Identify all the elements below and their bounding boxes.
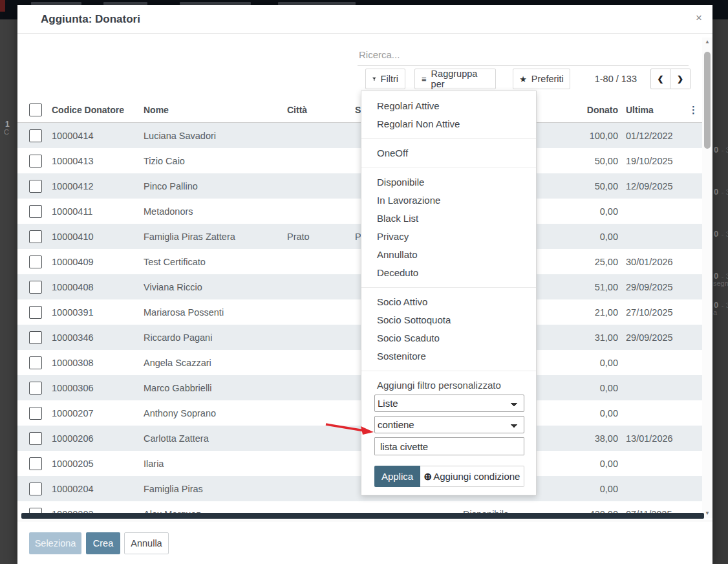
row-checkbox[interactable] [29, 483, 42, 495]
header-ultima[interactable]: Ultima [618, 105, 680, 115]
filter-funnel-icon [372, 76, 376, 83]
optional-columns-icon[interactable]: ⋮ [689, 104, 698, 115]
row-checkbox[interactable] [29, 230, 42, 243]
row-checkbox[interactable] [29, 407, 42, 420]
header-citta[interactable]: Città [287, 105, 355, 115]
cell-codice-donatore: 10000346 [52, 332, 144, 343]
cell-codice-donatore: 10000409 [52, 257, 144, 267]
header-donato[interactable]: Donato [579, 105, 618, 115]
filters-button[interactable]: Filtri [365, 69, 405, 89]
horizontal-scrollbar[interactable] [21, 513, 704, 519]
filter-menu-item[interactable]: Deceduto [361, 264, 536, 282]
filter-menu-item[interactable]: Socio Sottoquota [361, 311, 536, 329]
filter-menu-item[interactable]: Regolari Non Attive [361, 115, 536, 133]
custom-filter-value-input[interactable] [374, 437, 524, 455]
applica-button[interactable]: Applica [374, 466, 420, 487]
row-checkbox-cell [17, 483, 52, 495]
filter-menu-item[interactable]: Disponibile [361, 173, 536, 191]
annulla-button[interactable]: Annulla [124, 532, 169, 554]
cell-ultima: 01/12/2022 [618, 131, 680, 141]
table-row[interactable]: 10000408 Viviana Riccio 51,00 29/09/2025 [17, 274, 702, 299]
header-nome[interactable]: Nome [144, 105, 287, 115]
select-all-checkbox[interactable] [29, 103, 42, 116]
table-row[interactable]: 10000391 Mariarosa Possenti 21,00 27/10/… [17, 299, 702, 325]
row-checkbox[interactable] [29, 331, 42, 344]
favorites-button[interactable]: ★ Preferiti [513, 69, 570, 89]
cell-nome: Pinco Pallino [144, 181, 287, 191]
scrollbar-thumb[interactable] [704, 52, 711, 149]
crea-button[interactable]: Crea [86, 532, 120, 554]
cell-nome: Carlotta Zattera [144, 433, 287, 444]
cell-nome: Angela Scazzari [144, 358, 287, 368]
cell-donato: 50,00 [579, 181, 618, 191]
cell-donato: 31,00 [579, 332, 618, 343]
filter-menu-item[interactable]: Socio Scaduto [361, 329, 536, 347]
search-input[interactable] [358, 45, 689, 64]
pager-prev-button[interactable]: ❮ [650, 69, 670, 89]
filter-menu-item[interactable]: Black List [361, 210, 536, 228]
background-text-fragment: 0 - 3 [714, 186, 728, 197]
cell-donato: 25,00 [579, 257, 618, 267]
vertical-scrollbar[interactable]: ▲ ▼ [702, 38, 712, 518]
background-text-fragment: 0 - 3 [714, 144, 728, 155]
menu-divider [361, 168, 536, 168]
cell-codice-donatore: 10000412 [52, 181, 144, 191]
cell-donato: 0,00 [579, 206, 618, 217]
table-row[interactable]: 10000409 Test Certificato 25,00 30/01/20… [17, 249, 702, 274]
header-codice-donatore[interactable]: Codice Donatore [52, 105, 144, 115]
table-row[interactable]: 10000308 Angela Scazzari 0,00 [17, 350, 702, 375]
cell-donato: 51,00 [579, 282, 618, 292]
table-row[interactable]: 10000411 Metadonors 0,00 [17, 199, 702, 224]
filter-menu-item[interactable]: Annullato [361, 246, 536, 264]
table-row[interactable]: 10000414 Luciana Savadori 100,00 01/12/2… [17, 123, 702, 148]
cell-ultima: 29/09/2025 [618, 332, 680, 343]
filter-menu-item[interactable]: Privacy [361, 228, 536, 246]
cell-codice-donatore: 10000410 [52, 232, 144, 242]
filter-menu-item[interactable]: In Lavorazione [361, 191, 536, 210]
row-checkbox[interactable] [29, 356, 42, 369]
group-by-button[interactable]: ≡ Raggruppa per [414, 69, 496, 89]
pager: ❮ ❯ [650, 69, 691, 89]
navbar-logo-fragment [0, 0, 5, 12]
row-checkbox-cell [17, 281, 52, 294]
table-row[interactable]: 10000413 Tizio Caio 50,00 19/10/2025 [17, 148, 702, 173]
cell-nome: Ilaria [144, 459, 287, 469]
filter-menu-item[interactable]: OneOff [361, 144, 536, 162]
filters-dropdown: Regolari AttiveRegolari Non AttiveOneOff… [361, 91, 537, 495]
row-checkbox[interactable] [29, 155, 42, 168]
table-row[interactable]: 10000410 Famiglia Piras Zattera Prato P … [17, 224, 702, 249]
filter-menu-item[interactable]: Regolari Attive [361, 97, 536, 115]
filter-menu-item[interactable]: Socio Attivo [361, 293, 536, 311]
table-row[interactable]: 10000306 Marco Gabbrielli 0,00 [17, 375, 702, 400]
row-checkbox[interactable] [29, 432, 42, 445]
cell-ultima: 12/09/2025 [618, 181, 680, 191]
table-row[interactable]: 10000205 Ilaria 0,00 [17, 451, 702, 476]
row-checkbox-cell [17, 155, 52, 168]
filter-menu-item[interactable]: Sostenitore [361, 347, 536, 365]
row-checkbox[interactable] [29, 205, 42, 218]
row-checkbox[interactable] [29, 382, 42, 395]
cell-ultima: 19/10/2025 [618, 156, 680, 166]
row-checkbox[interactable] [29, 255, 42, 268]
add-condition-button[interactable]: ⊕ Aggiungi condizione [420, 466, 524, 487]
table-row[interactable]: 10000204 Famiglia Piras Disponibile 0,00 [17, 476, 702, 501]
row-checkbox[interactable] [29, 306, 42, 319]
background-text-fragment: 1 [5, 120, 10, 129]
row-checkbox[interactable] [29, 180, 42, 193]
custom-filter-field-select[interactable]: Liste [374, 395, 524, 412]
custom-filter-operator-select[interactable]: contiene [374, 416, 524, 433]
scroll-up-icon[interactable]: ▲ [702, 38, 712, 47]
seleziona-button[interactable]: Seleziona [29, 532, 81, 554]
pager-next-button[interactable]: ❯ [670, 69, 691, 89]
filter-menu-items: Regolari AttiveRegolari Non AttiveOneOff… [361, 97, 536, 365]
cell-donato: 0,00 [579, 358, 618, 368]
table-row[interactable]: 10000346 Riccardo Pagani 31,00 29/09/202… [17, 325, 702, 350]
row-checkbox[interactable] [29, 457, 42, 470]
cell-ultima: 30/01/2026 [618, 257, 680, 267]
table-row[interactable]: 10000412 Pinco Pallino 50,00 12/09/2025 [17, 173, 702, 199]
cell-donato: 0,00 [579, 232, 618, 242]
close-icon[interactable]: × [696, 12, 702, 23]
row-checkbox[interactable] [29, 129, 42, 142]
row-checkbox[interactable] [29, 281, 42, 294]
cell-codice-donatore: 10000414 [52, 131, 144, 141]
